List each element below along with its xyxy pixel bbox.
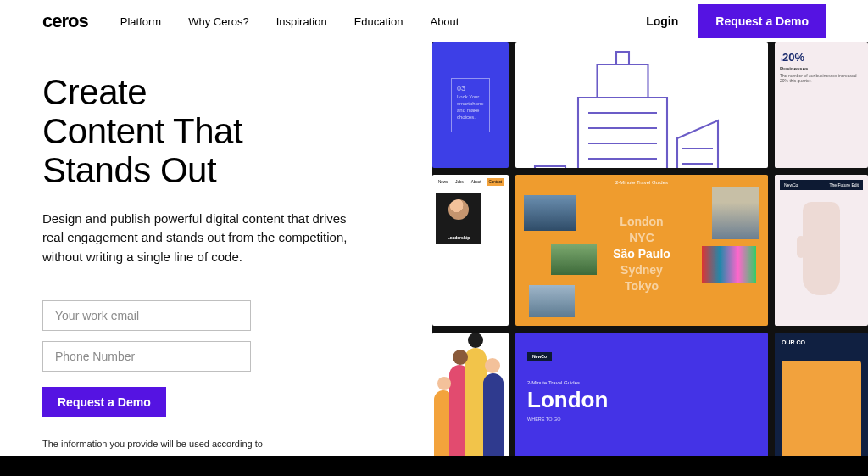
email-input[interactable] — [42, 300, 251, 331]
stat-label: Businesses — [780, 66, 863, 71]
lock-card-line: Lock Your — [457, 94, 484, 99]
travel-thumb — [524, 195, 576, 231]
usa-map-icon: Seattle, WA — [782, 361, 861, 456]
nav-platform[interactable]: Platform — [120, 15, 161, 28]
showcase-card-london[interactable]: NewCo 2-Minute Travel Guides London WHER… — [515, 333, 768, 456]
lock-card-box: 03 Lock Your smartphone and make choices… — [451, 78, 490, 132]
hero-title-line: Create — [42, 72, 147, 112]
london-city-title: London — [527, 387, 756, 413]
city-name: NYC — [613, 230, 670, 246]
london-mini: 2-Minute Travel Guides — [527, 380, 756, 385]
footer-bar — [0, 456, 868, 476]
city-name-active: São Paulo — [613, 246, 670, 262]
city-name: Tokyo — [613, 278, 670, 294]
city-name: Sydney — [613, 262, 670, 278]
lock-card-line: and make — [457, 108, 484, 113]
people-illustration — [432, 333, 509, 456]
news-tab: Jobs — [453, 178, 466, 186]
glove-icon — [803, 202, 840, 295]
nav-about[interactable]: About — [430, 15, 459, 28]
news-tab-active: Contact — [487, 178, 505, 186]
video-label: Leadership — [448, 235, 470, 240]
stat-desc: The number of our businesses increased 2… — [780, 73, 863, 83]
stat-value: 20% — [782, 51, 804, 64]
building-icon — [527, 49, 756, 168]
showcase-card-stat[interactable]: ↑20% Businesses The number of our busine… — [775, 42, 868, 168]
phone-input[interactable] — [42, 341, 251, 372]
lock-card-line: choices. — [457, 115, 484, 120]
showcase-card-people[interactable] — [432, 333, 509, 456]
login-link[interactable]: Login — [646, 14, 678, 28]
newco-edition: The Future Edit — [830, 182, 859, 188]
nav-why-ceros[interactable]: Why Ceros? — [188, 15, 249, 28]
lock-card-number: 03 — [457, 84, 484, 92]
city-name: London — [613, 214, 670, 230]
lock-card-line: smartphone — [457, 101, 484, 106]
hero-title-line: Content That — [42, 111, 242, 151]
news-tab: News — [436, 178, 450, 186]
nav-inspiration[interactable]: Inspiration — [276, 15, 327, 28]
request-demo-submit-button[interactable]: Request a Demo — [42, 387, 166, 417]
primary-nav: Platform Why Ceros? Inspiration Educatio… — [120, 15, 646, 28]
newco-header: NewCo The Future Edit — [780, 180, 863, 190]
news-video-tile: Leadership — [436, 193, 481, 244]
showcase-gallery: 03 Lock Your smartphone and make choices… — [432, 42, 868, 456]
hero-title: Create Content That Stands Out — [42, 73, 432, 191]
demo-form: Request a Demo — [42, 300, 251, 417]
travel-subtitle: 2-Minute Travel Guides — [615, 180, 668, 185]
site-header: ceros Platform Why Ceros? Inspiration Ed… — [0, 0, 868, 42]
hero-section: Create Content That Stands Out Design an… — [0, 42, 432, 456]
travel-thumb — [551, 244, 597, 275]
building-illustration — [527, 49, 756, 168]
request-demo-header-button[interactable]: Request a Demo — [698, 4, 826, 38]
presenter-icon — [448, 199, 469, 220]
brand-logo[interactable]: ceros — [42, 10, 88, 32]
nav-education[interactable]: Education — [354, 15, 403, 28]
showcase-card-news[interactable]: News Jobs About Contact Leadership — [432, 175, 509, 326]
london-where: WHERE TO GO — [527, 417, 756, 422]
travel-cities: London NYC São Paulo Sydney Tokyo — [613, 214, 670, 294]
header-actions: Login Request a Demo — [646, 4, 826, 38]
main-content: Create Content That Stands Out Design an… — [0, 42, 868, 456]
showcase-card-expo[interactable]: Energy Expo First Name Last Name Your Or… — [515, 42, 768, 168]
news-tabs: News Jobs About Contact — [436, 178, 505, 186]
showcase-grid: 03 Lock Your smartphone and make choices… — [432, 42, 868, 456]
london-copy: NewCo 2-Minute Travel Guides London WHER… — [527, 346, 756, 456]
showcase-card-travel[interactable]: 2-Minute Travel Guides London NYC São Pa… — [515, 175, 768, 326]
hero-title-line: Stands Out — [42, 150, 216, 190]
showcase-card-lock[interactable]: 03 Lock Your smartphone and make choices… — [432, 42, 509, 168]
london-brand: NewCo — [527, 352, 552, 361]
showcase-card-newco[interactable]: NewCo The Future Edit — [775, 175, 868, 326]
ourco-brand: OUR CO. — [782, 339, 861, 345]
hero-subtitle: Design and publish powerful digital cont… — [42, 210, 348, 267]
newco-brand: NewCo — [784, 182, 798, 188]
travel-thumb — [702, 246, 756, 283]
travel-thumb — [712, 187, 760, 239]
showcase-card-ourco[interactable]: OUR CO. Seattle, WA — [775, 333, 868, 456]
travel-thumb — [529, 285, 575, 317]
news-tab: About — [469, 178, 484, 186]
stat-percent: ↑20% — [780, 51, 863, 64]
